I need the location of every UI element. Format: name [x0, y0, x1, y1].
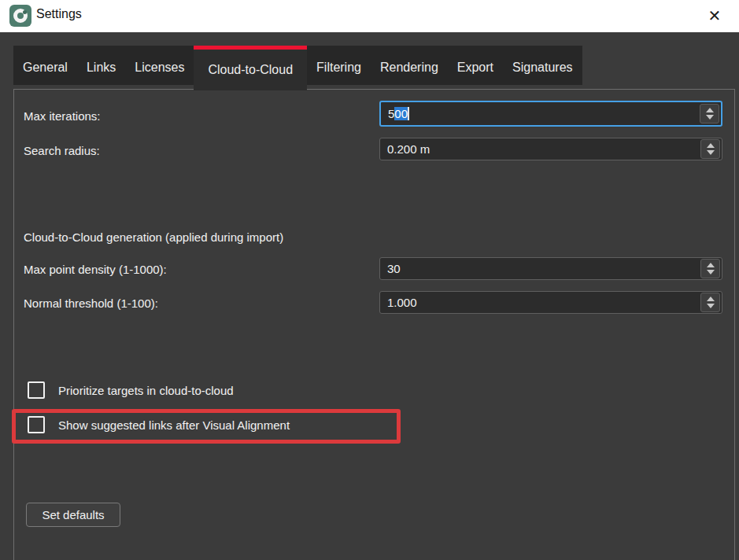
app-icon-notch: [23, 10, 27, 14]
max-iterations-label: Max iterations:: [24, 109, 101, 123]
show-suggested-links-label: Show suggested links after Visual Alignm…: [58, 418, 290, 432]
checkbox-unchecked-icon[interactable]: [28, 381, 45, 399]
spin-up-icon[interactable]: [707, 297, 715, 301]
normal-threshold-spinner[interactable]: [700, 293, 720, 312]
tab-bar: General Links Licenses Cloud-to-Cloud Fi…: [13, 46, 582, 85]
max-point-density-value: 30: [380, 262, 700, 275]
normal-threshold-input[interactable]: 1.000: [379, 291, 722, 314]
search-radius-spinner[interactable]: [700, 139, 720, 159]
max-point-density-spinner[interactable]: [700, 259, 720, 278]
tab-cloud-to-cloud[interactable]: Cloud-to-Cloud: [194, 46, 307, 90]
spin-down-icon[interactable]: [707, 150, 715, 155]
section-header: Cloud-to-Cloud generation (applied durin…: [24, 230, 283, 244]
text-caret: [408, 107, 409, 120]
settings-window: Settings ✕ General Links Licenses Cloud-…: [0, 0, 739, 560]
search-radius-value: 0.200 m: [380, 142, 700, 156]
title-bar: Settings ✕: [0, 0, 739, 32]
max-iterations-input[interactable]: 500: [379, 101, 722, 127]
tab-licenses[interactable]: Licenses: [125, 46, 194, 85]
app-icon: [9, 5, 31, 27]
spin-down-icon[interactable]: [707, 304, 715, 308]
normal-threshold-value: 1.000: [380, 296, 700, 309]
checkbox-unchecked-icon[interactable]: [28, 416, 45, 433]
search-radius-label: Search radius:: [24, 144, 100, 157]
selected-text: 00: [394, 107, 408, 120]
max-point-density-label: Max point density (1-1000):: [24, 263, 167, 276]
prioritize-targets-checkbox-row[interactable]: Prioritize targets in cloud-to-cloud: [28, 381, 234, 399]
max-iterations-spinner[interactable]: [700, 104, 719, 123]
show-suggested-links-checkbox-row[interactable]: Show suggested links after Visual Alignm…: [28, 416, 290, 433]
max-point-density-input[interactable]: 30: [379, 257, 722, 280]
normal-threshold-label: Normal threshold (1-100):: [24, 297, 158, 310]
prioritize-targets-label: Prioritize targets in cloud-to-cloud: [58, 384, 234, 397]
spin-up-icon[interactable]: [707, 263, 715, 267]
tab-rendering[interactable]: Rendering: [371, 46, 448, 85]
spin-down-icon[interactable]: [707, 270, 715, 274]
max-iterations-value: 500: [381, 107, 700, 120]
set-defaults-button[interactable]: Set defaults: [26, 503, 120, 527]
window-title: Settings: [36, 7, 82, 21]
spin-up-icon[interactable]: [706, 108, 714, 112]
tab-export[interactable]: Export: [448, 46, 503, 85]
tab-filtering[interactable]: Filtering: [307, 46, 371, 85]
tab-general[interactable]: General: [13, 46, 77, 85]
dialog-body: General Links Licenses Cloud-to-Cloud Fi…: [0, 32, 739, 560]
spin-down-icon[interactable]: [706, 115, 714, 120]
search-radius-input[interactable]: 0.200 m: [379, 138, 722, 160]
spin-up-icon[interactable]: [707, 143, 715, 148]
tab-links[interactable]: Links: [77, 46, 125, 85]
close-icon[interactable]: ✕: [703, 4, 726, 28]
tab-signatures[interactable]: Signatures: [503, 46, 582, 85]
